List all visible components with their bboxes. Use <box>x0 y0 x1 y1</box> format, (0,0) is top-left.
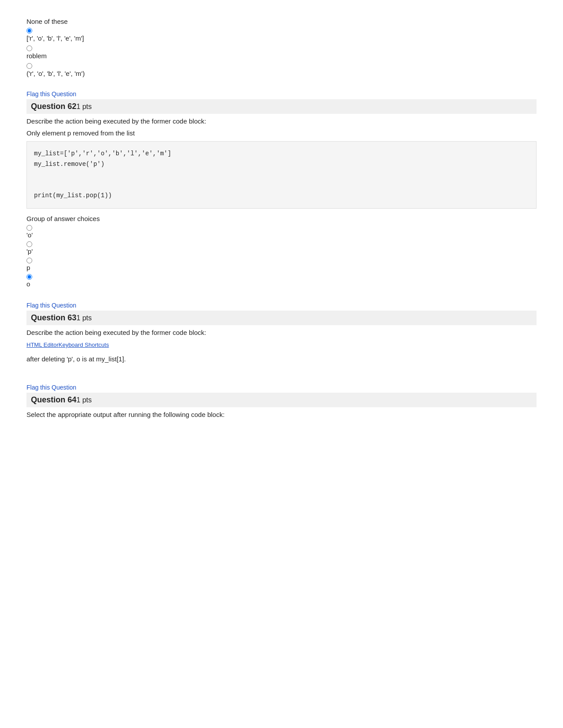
choice-2-radio[interactable] <box>26 241 32 247</box>
question-64-header: Question 641 pts <box>26 393 537 407</box>
group-answer-choices-label: Group of answer choices <box>26 215 537 222</box>
question-64-number: Question 64 <box>31 395 76 404</box>
question-63-number: Question 63 <box>31 313 76 322</box>
option2-radio[interactable] <box>26 45 32 51</box>
question-63-pts: 1 pts <box>76 314 92 322</box>
question-62-section: Flag this Question Question 621 pts Desc… <box>26 87 537 289</box>
choice-1: 'o' <box>26 225 537 240</box>
question-62-answer-text: Only element p removed from the list <box>26 129 537 137</box>
question-63-description: Describe the action being executed by th… <box>26 329 537 336</box>
top-section: None of these ['r', 'o', 'b', 'l', 'e', … <box>26 18 537 79</box>
question-62-number: Question 62 <box>31 102 76 111</box>
none-of-these-label: None of these <box>26 18 537 25</box>
option2-label: roblem <box>26 52 537 60</box>
question-64-description: Select the appropriate output after runn… <box>26 411 537 418</box>
keyboard-shortcuts-link[interactable]: Keyboard Shortcuts <box>58 341 109 348</box>
choice-3: p <box>26 258 537 273</box>
question-62-pts: 1 pts <box>76 103 92 110</box>
flag-question-63-link[interactable]: Flag this Question <box>26 302 76 309</box>
choice-3-label: p <box>26 264 537 271</box>
question-62-code: my_list=['p','r','o','b','l','e','m'] my… <box>26 141 537 209</box>
flag-question-62-link[interactable]: Flag this Question <box>26 90 76 98</box>
choice-4: o <box>26 274 537 289</box>
question-63-answer-text: after deleting 'p', o is at my_list[1]. <box>26 355 537 363</box>
option3-row: ('r', 'o', 'b', 'l', 'e', 'm') <box>26 63 537 79</box>
option1-label: ['r', 'o', 'b', 'l', 'e', 'm'] <box>26 34 537 42</box>
choice-2: 'p' <box>26 241 537 257</box>
html-editor-link[interactable]: HTML Editor <box>26 341 58 348</box>
question-63-section: Flag this Question Question 631 pts Desc… <box>26 298 537 363</box>
option2-row: roblem <box>26 45 537 61</box>
flag-question-64-link[interactable]: Flag this Question <box>26 384 76 391</box>
question-64-pts: 1 pts <box>76 396 92 404</box>
choice-4-label: o <box>26 280 537 288</box>
option3-radio[interactable] <box>26 63 32 69</box>
question-62-header: Question 621 pts <box>26 99 537 114</box>
option1-row: ['r', 'o', 'b', 'l', 'e', 'm'] <box>26 28 537 44</box>
choice-1-label: 'o' <box>26 231 537 239</box>
choice-3-radio[interactable] <box>26 258 32 263</box>
option1-radio[interactable] <box>26 28 32 34</box>
choice-4-radio[interactable] <box>26 274 32 280</box>
question-64-section: Flag this Question Question 641 pts Sele… <box>26 380 537 418</box>
choice-2-label: 'p' <box>26 248 537 255</box>
choice-1-radio[interactable] <box>26 225 32 231</box>
option3-label: ('r', 'o', 'b', 'l', 'e', 'm') <box>26 70 537 77</box>
question-62-description: Describe the action being executed by th… <box>26 117 537 125</box>
question-63-header: Question 631 pts <box>26 311 537 325</box>
